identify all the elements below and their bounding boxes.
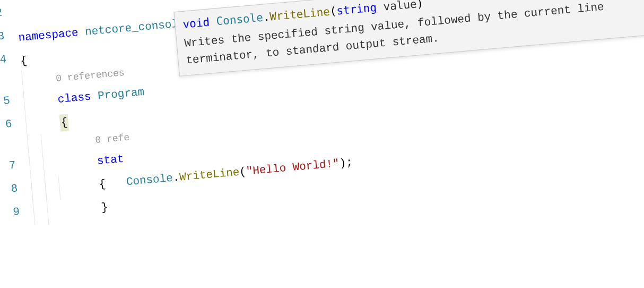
codelens-references[interactable]: 0 refe [94,131,130,148]
param-name: value [382,0,417,13]
brace-open: { [59,114,69,132]
line-number: 3 [0,27,20,53]
line-number: 6 [0,114,27,140]
type-console: Console [126,170,174,191]
method-writeline: WriteLine [269,5,330,23]
keyword-static: stat [97,150,125,170]
keyword-void: void [182,16,210,31]
param-type: string [336,1,377,18]
class-name: Program [97,83,145,105]
keyword-class: class [57,88,92,108]
brace-open: { [20,53,28,71]
semicolon: ; [345,154,353,172]
type-console: Console [216,11,264,28]
keyword-using: using [14,0,49,1]
line-number: 8 [0,179,33,205]
brace-close: } [100,199,108,217]
method-writeline: WriteLine [179,164,240,186]
line-number: 5 [0,91,25,117]
line-number: 7 [0,156,31,182]
line-number: 9 [0,202,35,228]
line-number: 2 [0,3,18,29]
keyword-namespace: namespace [18,24,79,47]
paren-close: ) [416,0,424,10]
code-editor[interactable]: 1 2 3 4 5 6 7 8 9 using System; namespac… [0,0,644,254]
line-number: 4 [0,50,21,76]
